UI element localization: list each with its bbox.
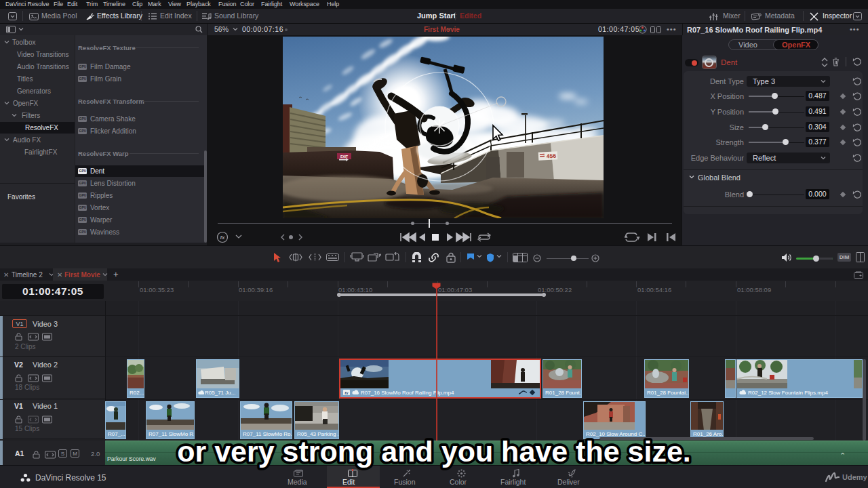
svg-text:EXIT: EXIT [340,155,348,159]
svg-text:fx: fx [220,235,225,241]
svg-text:fx: fx [344,390,349,394]
svg-text:456: 456 [547,152,557,160]
svg-text:or very strong and you have th: or very strong and you have the size. [177,435,691,468]
